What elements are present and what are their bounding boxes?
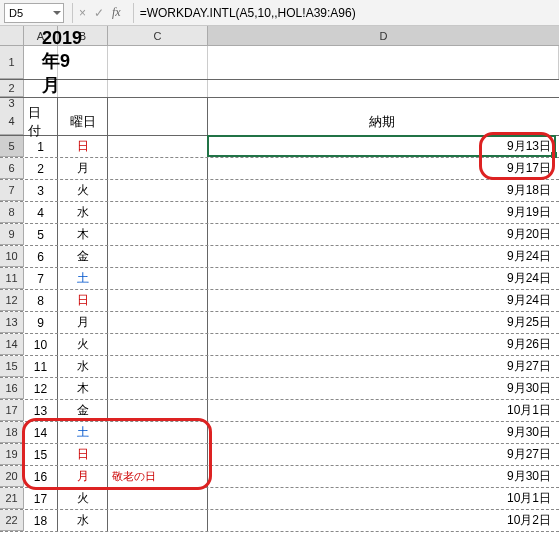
- cell-note[interactable]: [108, 510, 208, 531]
- fx-icon[interactable]: fx: [112, 5, 121, 20]
- row-header[interactable]: 8: [0, 202, 24, 223]
- cell-due[interactable]: 9月25日: [208, 312, 559, 333]
- cell-date[interactable]: 11: [24, 356, 58, 377]
- cell-due[interactable]: 9月27日: [208, 356, 559, 377]
- cell-note[interactable]: [108, 444, 208, 465]
- cell-weekday[interactable]: 金: [58, 400, 108, 421]
- cell-date[interactable]: 13: [24, 400, 58, 421]
- cell-date[interactable]: 14: [24, 422, 58, 443]
- cell-note[interactable]: [108, 202, 208, 223]
- row-header[interactable]: 20: [0, 466, 24, 487]
- cell-date[interactable]: 1: [24, 136, 58, 157]
- cell-due[interactable]: 9月18日: [208, 180, 559, 201]
- row-header[interactable]: 2: [0, 80, 24, 97]
- cell-note[interactable]: [108, 268, 208, 289]
- cell-note[interactable]: [108, 224, 208, 245]
- row-header[interactable]: 10: [0, 246, 24, 267]
- row-header[interactable]: 13: [0, 312, 24, 333]
- cell-weekday[interactable]: 月: [58, 466, 108, 487]
- cell-due[interactable]: 9月30日: [208, 422, 559, 443]
- col-header-c[interactable]: C: [108, 26, 208, 45]
- col-header-d[interactable]: D: [208, 26, 559, 45]
- row-header[interactable]: 11: [0, 268, 24, 289]
- cell-date[interactable]: 6: [24, 246, 58, 267]
- cell-date[interactable]: 12: [24, 378, 58, 399]
- cell-date[interactable]: 9: [24, 312, 58, 333]
- cell-due[interactable]: 10月1日: [208, 400, 559, 421]
- row-header[interactable]: 7: [0, 180, 24, 201]
- cell-note[interactable]: [108, 290, 208, 311]
- row-header[interactable]: 22: [0, 510, 24, 531]
- cell-note[interactable]: [108, 312, 208, 333]
- cell[interactable]: [108, 46, 208, 79]
- title-cell[interactable]: 2019年9月: [58, 46, 108, 79]
- cell-due[interactable]: 10月1日: [208, 488, 559, 509]
- cell-note[interactable]: [108, 158, 208, 179]
- cell-date[interactable]: 15: [24, 444, 58, 465]
- cell-weekday[interactable]: 水: [58, 202, 108, 223]
- cell-due[interactable]: 9月30日: [208, 466, 559, 487]
- cell-note[interactable]: [108, 180, 208, 201]
- cell[interactable]: [108, 98, 208, 108]
- formula-input[interactable]: =WORKDAY.INTL(A5,10,,HOL!A39:A96): [133, 3, 555, 23]
- cell-weekday[interactable]: 日: [58, 136, 108, 157]
- cancel-icon[interactable]: ×: [79, 6, 86, 20]
- cell-weekday[interactable]: 水: [58, 510, 108, 531]
- cell-note[interactable]: [108, 400, 208, 421]
- row-header[interactable]: 5: [0, 136, 24, 157]
- row-header[interactable]: 16: [0, 378, 24, 399]
- cell-date[interactable]: 3: [24, 180, 58, 201]
- row-header[interactable]: 1: [0, 46, 24, 79]
- cell-date[interactable]: 16: [24, 466, 58, 487]
- row-header[interactable]: 21: [0, 488, 24, 509]
- cell-note[interactable]: [108, 378, 208, 399]
- cell-due[interactable]: 9月24日: [208, 290, 559, 311]
- cell-date[interactable]: 7: [24, 268, 58, 289]
- row-header[interactable]: 4: [0, 108, 24, 135]
- header-weekday[interactable]: 曜日: [58, 108, 108, 135]
- cell-date[interactable]: 4: [24, 202, 58, 223]
- cell-weekday[interactable]: 月: [58, 158, 108, 179]
- cell-weekday[interactable]: 水: [58, 356, 108, 377]
- cell-weekday[interactable]: 月: [58, 312, 108, 333]
- select-all-corner[interactable]: [0, 26, 24, 46]
- cell-note[interactable]: 敬老の日: [108, 466, 208, 487]
- cell-due[interactable]: 9月30日: [208, 378, 559, 399]
- cell-note[interactable]: [108, 422, 208, 443]
- header-blank[interactable]: [108, 108, 208, 135]
- check-icon[interactable]: ✓: [94, 6, 104, 20]
- cell-due[interactable]: 9月17日: [208, 158, 559, 179]
- cell-date[interactable]: 10: [24, 334, 58, 355]
- cell[interactable]: [58, 98, 108, 108]
- cell[interactable]: [108, 80, 208, 97]
- cell-note[interactable]: [108, 246, 208, 267]
- cell-date[interactable]: 8: [24, 290, 58, 311]
- cell-weekday[interactable]: 木: [58, 378, 108, 399]
- cell-due[interactable]: 9月24日: [208, 246, 559, 267]
- row-header[interactable]: 17: [0, 400, 24, 421]
- cell-note[interactable]: [108, 488, 208, 509]
- cell-weekday[interactable]: 火: [58, 334, 108, 355]
- row-header[interactable]: 15: [0, 356, 24, 377]
- cell-weekday[interactable]: 火: [58, 488, 108, 509]
- header-due[interactable]: 納期: [208, 108, 559, 135]
- row-header[interactable]: 3: [0, 98, 24, 108]
- cell-weekday[interactable]: 火: [58, 180, 108, 201]
- cell[interactable]: [208, 46, 559, 79]
- cell-weekday[interactable]: 日: [58, 290, 108, 311]
- cell-weekday[interactable]: 木: [58, 224, 108, 245]
- cell-due[interactable]: 10月2日: [208, 510, 559, 531]
- cell-date[interactable]: 18: [24, 510, 58, 531]
- cell-date[interactable]: 17: [24, 488, 58, 509]
- row-header[interactable]: 12: [0, 290, 24, 311]
- cell-weekday[interactable]: 土: [58, 422, 108, 443]
- row-header[interactable]: 18: [0, 422, 24, 443]
- cell-due[interactable]: 9月20日: [208, 224, 559, 245]
- cell[interactable]: [208, 98, 559, 108]
- cell[interactable]: [208, 80, 559, 97]
- cell-due[interactable]: 9月13日: [208, 136, 559, 157]
- cell-due[interactable]: 9月27日: [208, 444, 559, 465]
- cell-due[interactable]: 9月24日: [208, 268, 559, 289]
- row-header[interactable]: 9: [0, 224, 24, 245]
- cell-due[interactable]: 9月19日: [208, 202, 559, 223]
